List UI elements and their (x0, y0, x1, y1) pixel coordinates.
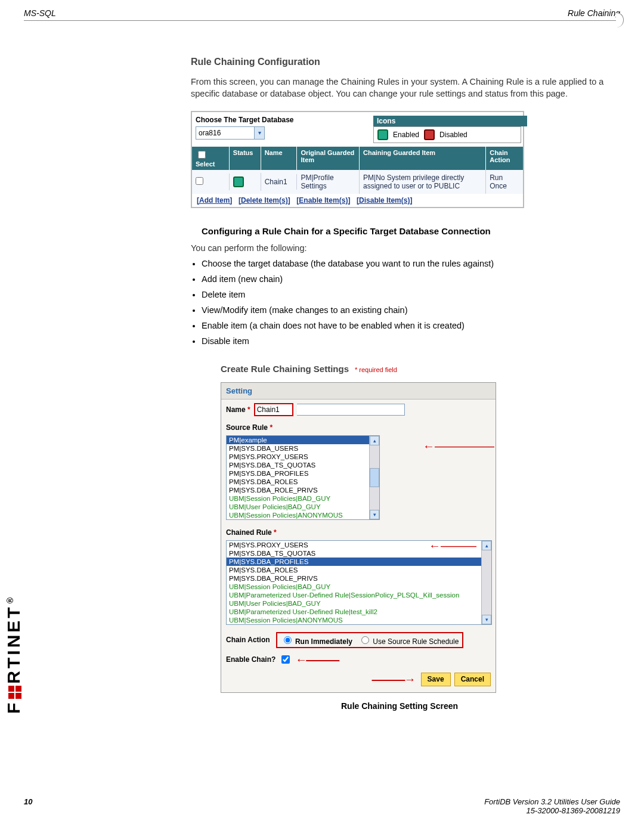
list-item: View/Modify item (make changes to an exi… (202, 305, 608, 315)
scroll-down-icon[interactable]: ▾ (370, 510, 379, 519)
list-item[interactable]: PM|SYS.DBA_ROLES (227, 478, 379, 486)
enabled-label: Enabled (393, 131, 419, 139)
list-item[interactable]: PM|SYS.DBA_USERS (227, 444, 379, 453)
list-item[interactable]: UBM|Session Policies|BAD_GUY (227, 494, 379, 503)
list-item[interactable]: PM|SYS.DBA_PROFILES (227, 558, 491, 566)
scrollbar[interactable]: ▴ ▾ (369, 436, 379, 519)
list-item[interactable]: UBM|Parameterized User-Defined Rule|Sess… (227, 591, 491, 599)
save-button[interactable]: Save (421, 673, 451, 686)
row-guard: PM|No System privilege directly assigned… (360, 170, 486, 194)
list-item: Enable item (a chain does not have to be… (202, 321, 608, 330)
rule-chaining-config-panel: Choose The Target Database ora816 ▾ Icon… (191, 111, 524, 208)
fortinet-logo: FRTINET® (4, 595, 24, 714)
enabled-icon (377, 129, 388, 140)
status-enabled-icon (233, 176, 244, 187)
scroll-up-icon[interactable]: ▴ (482, 541, 491, 550)
enable-item-link[interactable]: [Enable Item(s)] (296, 196, 350, 205)
chain-action-label: Chain Action (226, 636, 270, 644)
row-orig: PM|Profile Settings (297, 170, 360, 194)
list-item[interactable]: PM|SYS.DBA_ROLE_PRIVS (227, 574, 491, 583)
annotation-arrow-icon: ―――→ (372, 673, 415, 686)
list-item: Choose the target database (the database… (202, 259, 608, 268)
col-guard: Chaining Guarded Item (360, 147, 486, 170)
icons-header: Icons (373, 116, 527, 126)
add-item-link[interactable]: [Add Item] (197, 196, 232, 205)
col-status: Status (230, 147, 261, 170)
footer-line1: FortiDB Version 3.2 Utilities User Guide (484, 797, 620, 806)
list-item[interactable]: PM|example (227, 436, 379, 444)
list-item: Delete item (202, 290, 608, 299)
section-title: Rule Chaining Configuration (191, 57, 608, 67)
name-label: Name * (226, 405, 250, 414)
enable-chain-checkbox[interactable] (281, 655, 290, 664)
list-item[interactable]: PM|SYS.DBA_PROFILES (227, 469, 379, 478)
row-name: Chain1 (261, 174, 298, 190)
chain-action-group: Run Immediately Use Source Rule Schedule (276, 632, 464, 648)
table-row[interactable]: Chain1 PM|Profile Settings PM|No System … (192, 170, 523, 194)
chained-rule-listbox[interactable]: PM|SYS.PROXY_USERSPM|SYS.DBA_TS_QUOTASPM… (226, 540, 492, 625)
setting-header: Setting (221, 383, 496, 400)
disabled-icon (424, 129, 435, 140)
bullet-list: Choose the target database (the database… (202, 259, 608, 346)
list-item[interactable]: PM|SYS.DBA_TS_QUOTAS (227, 461, 379, 469)
target-db-dropdown[interactable]: ora816 ▾ (196, 126, 265, 140)
target-db-value: ora816 (199, 129, 221, 137)
section-desc: From this screen, you can manage the Cha… (191, 76, 608, 100)
list-item: Disable item (202, 336, 608, 346)
source-rule-label: Source Rule * (226, 423, 273, 432)
run-immediately-radio[interactable]: Run Immediately (281, 634, 352, 646)
row-checkbox[interactable] (196, 177, 203, 185)
list-item: Add item (new chain) (202, 274, 608, 284)
scrollbar[interactable]: ▴ ▾ (481, 541, 491, 624)
cancel-button[interactable]: Cancel (454, 673, 491, 686)
enable-chain-label: Enable Chain? (226, 655, 275, 664)
row-action: Run Once (486, 170, 523, 194)
use-schedule-radio[interactable]: Use Source Rule Schedule (358, 634, 459, 646)
list-item[interactable]: PM|SYS.DBA_ROLES (227, 566, 491, 574)
list-item[interactable]: UBM|Session Policies|ANONYMOUS (227, 616, 491, 624)
annotation-arrow-icon: ←――― (295, 653, 338, 667)
choose-db-label: Choose The Target Database (196, 116, 369, 124)
logo-icon (8, 686, 21, 699)
scroll-down-icon[interactable]: ▾ (482, 615, 491, 624)
list-item[interactable]: UBM|User Policies|BAD_GUY (227, 503, 379, 511)
header-right: Rule Chaining (568, 8, 620, 18)
list-item[interactable]: PM|SYS.PROXY_USERS (227, 541, 491, 549)
col-name: Name (261, 147, 298, 170)
list-item[interactable]: UBM|Session Policies|BAD_GUY (227, 583, 491, 591)
scroll-thumb[interactable] (370, 468, 379, 487)
footer-line2: 15-32000-81369-20081219 (526, 806, 620, 815)
list-item[interactable]: PM|SYS.PROXY_USERS (227, 453, 379, 461)
grid-header: Select Status Name Original Guarded Item… (192, 147, 523, 170)
chevron-down-icon[interactable]: ▾ (254, 127, 264, 139)
col-action: Chain Action (486, 147, 523, 170)
delete-item-link[interactable]: [Delete Item(s)] (239, 196, 290, 205)
scroll-up-icon[interactable]: ▴ (370, 436, 379, 445)
disabled-label: Disabled (439, 131, 467, 139)
create-settings-title: Create Rule Chaining Settings (221, 364, 349, 374)
source-rule-listbox[interactable]: PM|examplePM|SYS.DBA_USERSPM|SYS.PROXY_U… (226, 435, 380, 520)
name-input-extension[interactable] (297, 404, 405, 416)
name-input[interactable] (254, 403, 293, 416)
list-item[interactable]: UBM|Session Policies|ANONYMOUS (227, 511, 379, 519)
figure-caption: Rule Chaining Setting Screen (191, 701, 608, 711)
list-item[interactable]: PM|SYS.DBA_ROLE_PRIVS (227, 486, 379, 494)
intro-text: You can perform the following: (191, 242, 608, 254)
list-item[interactable]: UBM|Parameterized User-Defined Rule|test… (227, 608, 491, 616)
header-left: MS-SQL (24, 8, 56, 18)
disable-item-link[interactable]: [Disable Item(s)] (357, 196, 412, 205)
required-note: * required field (355, 366, 397, 373)
chained-rule-label: Chained Rule * (226, 528, 277, 537)
page-footer: 10 FortiDB Version 3.2 Utilities User Gu… (24, 797, 620, 815)
list-item[interactable]: UBM|User Policies|BAD_GUY (227, 599, 491, 608)
create-settings-panel: Setting Name * Source Rule * PM|exampleP… (221, 382, 496, 693)
page-number: 10 (24, 797, 32, 815)
list-item[interactable]: PM|SYS.DBA_TS_QUOTAS (227, 549, 491, 558)
select-all-checkbox[interactable] (198, 151, 206, 159)
subheading: Configuring a Rule Chain for a Specific … (202, 226, 608, 236)
col-orig: Original Guarded Item (297, 147, 360, 170)
